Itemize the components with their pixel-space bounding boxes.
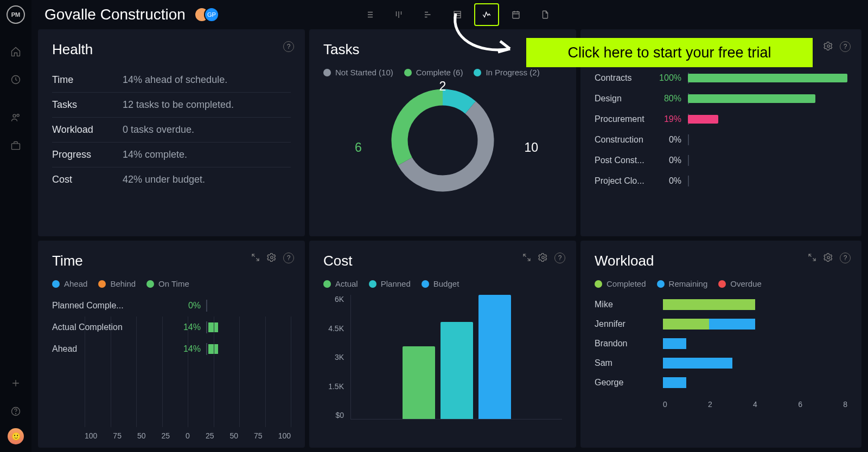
legend-dot-icon <box>52 280 60 288</box>
card-settings-icon[interactable] <box>538 253 548 262</box>
progress-percent: 80% <box>654 94 681 104</box>
add-icon[interactable] <box>4 372 27 395</box>
legend-dot-icon <box>718 280 726 288</box>
card-help-icon[interactable]: ? <box>554 253 565 263</box>
donut-val-notstarted: 10 <box>524 140 538 155</box>
workload-track <box>663 338 847 349</box>
workload-row: Brandon <box>595 334 847 353</box>
progress-bar-track <box>688 134 847 145</box>
cost-bar <box>403 346 435 419</box>
user-avatar[interactable]: 🙂 <box>8 428 24 444</box>
legend-label: On Time <box>158 279 189 288</box>
axis-tick: 2 <box>708 400 712 409</box>
legend-item[interactable]: On Time <box>146 279 189 288</box>
sidebar: PM 🙂 <box>0 0 31 452</box>
legend-dot-icon <box>404 69 412 76</box>
axis-tick: 1.5K <box>323 382 348 391</box>
health-row: Workload0 tasks overdue. <box>52 118 291 143</box>
legend-label: Remaining <box>669 279 708 288</box>
card-help-icon[interactable]: ? <box>840 41 851 52</box>
card-settings-icon[interactable] <box>824 41 833 51</box>
legend-item[interactable]: Complete (6) <box>404 68 463 77</box>
view-board-icon[interactable] <box>386 3 411 26</box>
home-icon[interactable] <box>4 40 27 63</box>
card-help-icon[interactable]: ? <box>283 253 294 263</box>
legend-dot-icon <box>595 280 602 288</box>
workload-track <box>663 299 847 310</box>
portfolio-icon[interactable] <box>4 134 27 157</box>
axis-tick: 25 <box>206 431 214 440</box>
legend-item[interactable]: Overdue <box>718 279 762 288</box>
workload-track <box>663 377 847 388</box>
legend-label: Overdue <box>730 279 762 288</box>
legend-dot-icon <box>474 69 481 76</box>
legend-item[interactable]: Planned <box>369 279 411 288</box>
health-label: Workload <box>52 124 123 135</box>
legend-item[interactable]: Ahead <box>52 279 87 288</box>
card-expand-icon[interactable] <box>807 253 817 262</box>
legend-item[interactable]: Completed <box>595 279 646 288</box>
view-gantt-icon[interactable] <box>416 3 441 26</box>
axis-tick: 8 <box>843 400 847 409</box>
legend-dot-icon <box>323 69 331 76</box>
card-expand-icon[interactable] <box>522 253 532 262</box>
cost-bar <box>441 322 473 419</box>
legend-label: Ahead <box>64 279 87 288</box>
card-help-icon[interactable]: ? <box>840 253 851 263</box>
axis-tick: 0 <box>186 431 190 440</box>
legend-item[interactable]: Not Started (10) <box>323 68 393 77</box>
project-avatars[interactable]: GP <box>194 7 219 22</box>
legend-label: Behind <box>110 279 136 288</box>
legend-dot-icon <box>323 280 331 288</box>
workload-row: Mike <box>595 295 847 314</box>
health-value: 14% complete. <box>123 149 187 160</box>
help-icon[interactable] <box>4 400 27 423</box>
card-settings-icon[interactable] <box>824 253 833 262</box>
legend-item[interactable]: Remaining <box>657 279 708 288</box>
team-icon[interactable] <box>4 106 27 129</box>
axis-tick: 4 <box>753 400 757 409</box>
legend-item[interactable]: Behind <box>98 279 136 288</box>
card-cost: Cost ? ActualPlannedBudget 6K4.5K3K1.5K$… <box>309 241 576 448</box>
workload-segment <box>663 299 755 310</box>
time-row: Planned Comple... 0% <box>52 295 291 317</box>
axis-tick: $0 <box>323 411 348 419</box>
recent-icon[interactable] <box>4 68 27 91</box>
svg-point-15 <box>827 256 830 259</box>
annotation-arrow-icon <box>445 11 526 65</box>
axis-tick: 75 <box>113 431 122 440</box>
progress-label: Contracts <box>595 73 654 83</box>
card-expand-icon[interactable] <box>251 253 260 262</box>
health-label: Tasks <box>52 99 123 111</box>
progress-row: Construction 0% <box>595 130 847 150</box>
legend-label: Budget <box>433 279 459 288</box>
workload-segment <box>663 358 732 369</box>
progress-label: Construction <box>595 135 654 145</box>
workload-row: Jennifer <box>595 314 847 334</box>
svg-rect-3 <box>12 144 20 150</box>
card-settings-icon[interactable] <box>267 253 277 262</box>
legend-dot-icon <box>657 280 665 288</box>
progress-bar-track <box>688 155 847 166</box>
progress-bar-track <box>688 114 847 125</box>
workload-segment <box>709 319 755 330</box>
legend-item[interactable]: In Progress (2) <box>474 68 539 77</box>
donut-val-inprogress: 2 <box>439 79 446 94</box>
legend-item[interactable]: Budget <box>422 279 459 288</box>
free-trial-banner[interactable]: Click here to start your free trial <box>526 38 813 67</box>
progress-row: Post Const... 0% <box>595 150 847 171</box>
logo-icon[interactable]: PM <box>7 5 25 24</box>
progress-label: Procurement <box>595 114 654 124</box>
time-percent: 0% <box>171 301 201 311</box>
axis-tick: 6 <box>798 400 802 409</box>
progress-label: Post Const... <box>595 156 654 165</box>
view-files-icon[interactable] <box>533 3 558 26</box>
progress-label: Project Clo... <box>595 176 654 186</box>
view-list-icon[interactable] <box>357 3 382 26</box>
progress-percent: 0% <box>654 176 681 186</box>
project-title: Govalle Construction <box>44 6 186 23</box>
legend-item[interactable]: Actual <box>323 279 358 288</box>
card-title: Health <box>52 41 291 58</box>
card-help-icon[interactable]: ? <box>283 41 294 52</box>
card-time: Time ? AheadBehindOn Time Planned Comple… <box>38 241 305 448</box>
